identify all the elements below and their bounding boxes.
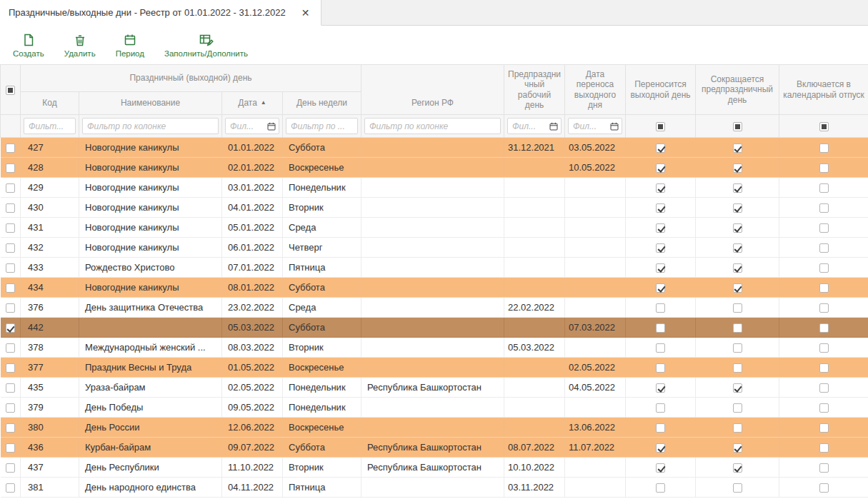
vacation-flag-cell[interactable]: [779, 138, 868, 158]
vacation-flag-cell[interactable]: [779, 278, 868, 298]
checkbox[interactable]: [6, 243, 15, 253]
checkbox[interactable]: [819, 443, 829, 453]
vacation-flag-cell[interactable]: [779, 318, 868, 338]
checkbox[interactable]: [733, 143, 742, 153]
select-all-checkbox[interactable]: [6, 86, 15, 95]
checkbox[interactable]: [819, 223, 829, 233]
row-select-cell[interactable]: [1, 218, 21, 238]
vacation-flag-cell[interactable]: [779, 298, 868, 318]
checkbox[interactable]: [819, 423, 829, 433]
short-flag-cell[interactable]: [696, 138, 779, 158]
checkbox[interactable]: [656, 443, 665, 453]
short-flag-cell[interactable]: [696, 298, 779, 318]
row-select-cell[interactable]: [1, 418, 21, 438]
transfer-flag-cell[interactable]: [626, 138, 696, 158]
table-row[interactable]: 376День защитника Отечества23.02.2022Сре…: [1, 298, 868, 318]
short-flag-cell[interactable]: [696, 338, 779, 358]
table-row[interactable]: 436Курбан-байрам09.07.2022СубботаРеспубл…: [1, 438, 868, 458]
table-row[interactable]: 432Новогодние каникулы06.01.2022Четверг: [1, 238, 868, 258]
row-select-cell[interactable]: [1, 378, 21, 398]
vacation-flag-cell[interactable]: [779, 358, 868, 378]
checkbox[interactable]: [656, 263, 665, 273]
checkbox[interactable]: [733, 163, 742, 173]
checkbox[interactable]: [656, 343, 665, 353]
transfer-flag-cell[interactable]: [626, 258, 696, 278]
transfer-flag-cell[interactable]: [626, 218, 696, 238]
short-flag-cell[interactable]: [696, 398, 779, 418]
short-flag-cell[interactable]: [696, 238, 779, 258]
short-flag-filter-checkbox[interactable]: [733, 122, 742, 131]
short-flag-cell[interactable]: [696, 358, 779, 378]
checkbox[interactable]: [819, 343, 829, 353]
checkbox[interactable]: [6, 483, 15, 493]
row-select-cell[interactable]: [1, 338, 21, 358]
checkbox[interactable]: [733, 383, 742, 393]
vacation-flag-cell[interactable]: [779, 218, 868, 238]
table-row[interactable]: 430Новогодние каникулы04.01.2022Вторник: [1, 198, 868, 218]
table-row[interactable]: 435Ураза-байрам02.05.2022ПонедельникРесп…: [1, 378, 868, 398]
column-header-vacation-flag[interactable]: Включается в календарный отпуск: [779, 65, 868, 115]
checkbox[interactable]: [819, 283, 829, 293]
checkbox[interactable]: [819, 383, 829, 393]
table-row[interactable]: 379День Победы09.05.2022Понедельник: [1, 398, 868, 418]
checkbox[interactable]: [656, 403, 665, 413]
short-flag-cell[interactable]: [696, 158, 779, 178]
checkbox[interactable]: [6, 303, 15, 313]
vacation-flag-cell[interactable]: [779, 238, 868, 258]
transfer-flag-cell[interactable]: [626, 458, 696, 478]
checkbox[interactable]: [6, 183, 15, 193]
vacation-flag-cell[interactable]: [779, 438, 868, 458]
row-select-cell[interactable]: [1, 158, 21, 178]
transfer-flag-cell[interactable]: [626, 418, 696, 438]
short-flag-cell[interactable]: [696, 478, 779, 498]
table-row[interactable]: 428Новогодние каникулы02.01.2022Воскресе…: [1, 158, 868, 178]
row-select-cell[interactable]: [1, 478, 21, 498]
table-row[interactable]: 433Рождество Христово07.01.2022Пятница: [1, 258, 868, 278]
checkbox[interactable]: [819, 323, 829, 333]
checkbox[interactable]: [819, 263, 829, 273]
preholiday-filter-input[interactable]: [507, 118, 562, 134]
row-select-cell[interactable]: [1, 298, 21, 318]
checkbox[interactable]: [6, 163, 15, 173]
row-select-cell[interactable]: [1, 458, 21, 478]
column-header-transfer-flag[interactable]: Переносится выходной день: [626, 65, 696, 115]
row-select-cell[interactable]: [1, 198, 21, 218]
checkbox[interactable]: [819, 463, 829, 473]
vacation-flag-cell[interactable]: [779, 458, 868, 478]
checkbox[interactable]: [656, 323, 665, 333]
checkbox[interactable]: [656, 423, 665, 433]
table-row[interactable]: 437День Республики11.10.2022ВторникРеспу…: [1, 458, 868, 478]
transfer-flag-cell[interactable]: [626, 278, 696, 298]
transfer-flag-cell[interactable]: [626, 378, 696, 398]
transfer-flag-cell[interactable]: [626, 158, 696, 178]
row-select-cell[interactable]: [1, 238, 21, 258]
short-flag-cell[interactable]: [696, 378, 779, 398]
checkbox[interactable]: [656, 363, 665, 373]
column-header-name[interactable]: Наименование: [79, 92, 222, 115]
checkbox[interactable]: [6, 423, 15, 433]
checkbox[interactable]: [6, 443, 15, 453]
table-row[interactable]: 431Новогодние каникулы05.01.2022Среда: [1, 218, 868, 238]
checkbox[interactable]: [6, 463, 15, 473]
checkbox[interactable]: [6, 363, 15, 373]
column-header-code[interactable]: Код: [21, 92, 79, 115]
checkbox[interactable]: [656, 203, 665, 213]
checkbox[interactable]: [733, 403, 742, 413]
checkbox[interactable]: [656, 243, 665, 253]
row-select-cell[interactable]: [1, 258, 21, 278]
table-row[interactable]: 381День народного единства04.11.2022Пятн…: [1, 478, 868, 498]
vacation-flag-cell[interactable]: [779, 338, 868, 358]
transfer-flag-cell[interactable]: [626, 238, 696, 258]
vacation-flag-cell[interactable]: [779, 478, 868, 498]
checkbox[interactable]: [656, 143, 665, 153]
column-header-weekday[interactable]: День недели: [283, 92, 361, 115]
transfer-flag-cell[interactable]: [626, 178, 696, 198]
vacation-flag-cell[interactable]: [779, 258, 868, 278]
checkbox[interactable]: [6, 263, 15, 273]
checkbox[interactable]: [6, 343, 15, 353]
code-filter-input[interactable]: [24, 118, 76, 134]
checkbox[interactable]: [733, 263, 742, 273]
checkbox[interactable]: [6, 383, 15, 393]
short-flag-cell[interactable]: [696, 218, 779, 238]
column-header-preholiday[interactable]: Предпраздничный рабочий день: [504, 65, 565, 115]
